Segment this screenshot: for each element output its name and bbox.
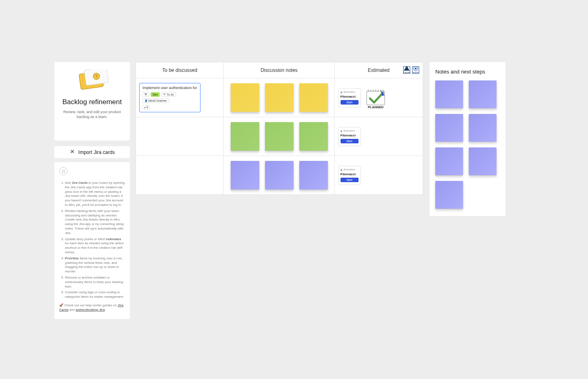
- estimation-label: Estimation: [341, 168, 359, 171]
- sticky-note[interactable]: [469, 147, 497, 175]
- grid-header: To be discussed Discussion notes Estimat…: [136, 62, 423, 78]
- grid-row[interactable]: Implement user authentication for ☰ Dev …: [136, 78, 423, 117]
- sticky-note[interactable]: [299, 122, 328, 151]
- svg-point-9: [415, 68, 416, 69]
- sticky-note[interactable]: [299, 161, 328, 190]
- planned-badge-icon: PLANNED: [403, 65, 410, 74]
- sticky-note[interactable]: [469, 114, 497, 142]
- instruction-item: Review backlog items with your team, dis…: [65, 209, 125, 236]
- jira-card-title: Implement user authentication for: [143, 86, 197, 90]
- instruction-item: Remove or archive outdated or unnecessar…: [65, 276, 125, 289]
- instructions-list: Add Jira Cards to your board by opening …: [59, 181, 125, 299]
- cards-illustration-icon: ?: [74, 69, 110, 93]
- estimation-label: Estimation: [341, 91, 359, 94]
- instruction-item: Consider using tags or color-coding to c…: [65, 290, 125, 299]
- planned-stamp-icon: PLANNED: [365, 86, 386, 109]
- notes-panel: Notes and next steps: [430, 62, 506, 216]
- col-estimated: Estimated PLANNED REVIEW: [335, 62, 423, 78]
- svg-text:PLANNED: PLANNED: [368, 105, 383, 109]
- sticky-note[interactable]: [435, 147, 463, 175]
- estimation-start-button[interactable]: Start: [341, 139, 359, 143]
- instruction-item: Add Jira Cards to your board by opening …: [65, 181, 125, 207]
- estimation-label: Estimation: [341, 129, 359, 132]
- sticky-note[interactable]: [469, 80, 497, 108]
- col-to-be-discussed: To be discussed: [136, 62, 224, 78]
- grid-row[interactable]: Estimation Fibonacci Start: [136, 117, 423, 156]
- estimation-start-button[interactable]: Start: [341, 100, 359, 105]
- header-status-badges: PLANNED REVIEW: [403, 65, 419, 74]
- sticky-note[interactable]: [231, 122, 259, 151]
- estimation-name: Fibonacci: [341, 172, 359, 176]
- notes-title: Notes and next steps: [435, 69, 500, 75]
- estimation-widget[interactable]: Estimation Fibonacci Start: [338, 166, 361, 185]
- instruction-item: Update story points or effort estimates …: [65, 237, 125, 255]
- sticky-note[interactable]: [435, 181, 463, 209]
- jira-expand-chip[interactable]: 0: [143, 105, 150, 109]
- estimation-widget[interactable]: Estimation Fibonacci Start: [338, 127, 361, 146]
- import-jira-button[interactable]: Import Jira cards: [54, 146, 130, 158]
- col-discussion-notes: Discussion notes: [224, 62, 334, 78]
- jira-status-chip: To do: [161, 92, 176, 97]
- refinement-grid: To be discussed Discussion notes Estimat…: [136, 62, 423, 195]
- estimation-start-button[interactable]: Start: [341, 178, 359, 182]
- estimation-widget[interactable]: Estimation Fibonacci Start: [338, 88, 361, 107]
- estimation-name: Fibonacci: [341, 134, 359, 137]
- jira-icon: [69, 149, 75, 156]
- estimation-name: Fibonacci: [341, 95, 359, 98]
- jira-type-chip: ☰: [143, 92, 149, 97]
- sticky-note[interactable]: [435, 80, 463, 108]
- svg-text:REVIEW: REVIEW: [413, 72, 419, 74]
- grid-row[interactable]: Estimation Fibonacci Start: [136, 156, 423, 194]
- sticky-note[interactable]: [231, 161, 259, 190]
- instruction-item: Prioritize items by hovering over a row,…: [65, 256, 125, 274]
- sticky-note[interactable]: [231, 83, 259, 112]
- auth-jira-link[interactable]: authenticating Jira: [76, 308, 105, 312]
- sticky-note[interactable]: [435, 114, 463, 142]
- svg-text:PLANNED: PLANNED: [403, 72, 410, 74]
- jira-assignee-chip: David Grabner: [143, 98, 169, 103]
- template-info-card: ? Backlog refinement Review, rank, and e…: [54, 62, 130, 140]
- jira-card[interactable]: Implement user authentication for ☰ Dev …: [139, 83, 200, 112]
- sticky-note[interactable]: [265, 161, 294, 190]
- info-icon: ▢: [59, 167, 67, 175]
- sticky-note[interactable]: [265, 122, 294, 151]
- sticky-note[interactable]: [299, 83, 328, 112]
- jira-dev-chip: Dev: [151, 92, 160, 97]
- instructions-card: ▢ Add Jira Cards to your board by openin…: [54, 162, 130, 319]
- instructions-footer: 🚀 Check out our help center guides on Ji…: [59, 303, 125, 312]
- review-badge-icon: REVIEW: [412, 65, 419, 74]
- notes-sticky-grid: [435, 80, 500, 209]
- template-subtitle: Review, rank, and edit your product back…: [60, 109, 124, 119]
- template-title: Backlog refinement: [60, 98, 124, 106]
- import-jira-label: Import Jira cards: [78, 149, 115, 155]
- sticky-note[interactable]: [265, 83, 294, 112]
